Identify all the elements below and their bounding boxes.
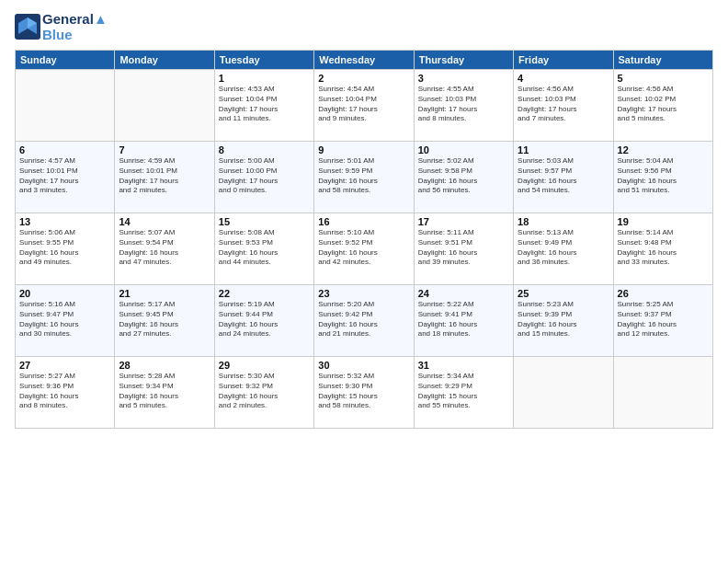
day-number: 30: [318, 360, 409, 371]
day-info: Sunrise: 5:04 AM Sunset: 9:56 PM Dayligh…: [618, 156, 709, 196]
day-info: Sunrise: 4:56 AM Sunset: 10:03 PM Daylig…: [518, 85, 609, 124]
day-cell: 30Sunrise: 5:32 AM Sunset: 9:30 PM Dayli…: [314, 357, 414, 429]
day-cell: 26Sunrise: 5:25 AM Sunset: 9:37 PM Dayli…: [613, 285, 712, 357]
day-number: 22: [219, 288, 310, 299]
day-cell: [16, 70, 115, 142]
header-sunday: Sunday: [16, 51, 115, 70]
day-cell: 11Sunrise: 5:03 AM Sunset: 9:57 PM Dayli…: [514, 142, 613, 213]
day-cell: 6Sunrise: 4:57 AM Sunset: 10:01 PM Dayli…: [16, 142, 115, 213]
day-cell: 21Sunrise: 5:17 AM Sunset: 9:45 PM Dayli…: [115, 285, 214, 357]
day-cell: 15Sunrise: 5:08 AM Sunset: 9:53 PM Dayli…: [214, 213, 313, 285]
week-row-4: 20Sunrise: 5:16 AM Sunset: 9:47 PM Dayli…: [16, 285, 713, 357]
day-info: Sunrise: 5:10 AM Sunset: 9:52 PM Dayligh…: [318, 228, 409, 268]
day-cell: [514, 357, 613, 429]
calendar-table: Sunday Monday Tuesday Wednesday Thursday…: [15, 50, 713, 429]
logo: General▲ Blue: [15, 11, 108, 42]
day-number: 15: [219, 216, 310, 227]
header: General▲ Blue: [15, 11, 713, 42]
day-number: 19: [618, 216, 709, 227]
day-number: 5: [618, 73, 709, 84]
day-cell: 8Sunrise: 5:00 AM Sunset: 10:00 PM Dayli…: [214, 142, 313, 213]
week-row-3: 13Sunrise: 5:06 AM Sunset: 9:55 PM Dayli…: [16, 213, 713, 285]
day-cell: 1Sunrise: 4:53 AM Sunset: 10:04 PM Dayli…: [214, 70, 313, 142]
day-number: 16: [318, 216, 409, 227]
day-info: Sunrise: 5:06 AM Sunset: 9:55 PM Dayligh…: [19, 228, 110, 268]
day-number: 18: [518, 216, 609, 227]
day-number: 3: [418, 73, 509, 84]
day-info: Sunrise: 4:55 AM Sunset: 10:03 PM Daylig…: [418, 85, 509, 124]
day-info: Sunrise: 5:34 AM Sunset: 9:29 PM Dayligh…: [418, 372, 509, 411]
day-number: 8: [219, 144, 310, 155]
day-info: Sunrise: 5:00 AM Sunset: 10:00 PM Daylig…: [219, 156, 310, 196]
day-cell: 12Sunrise: 5:04 AM Sunset: 9:56 PM Dayli…: [613, 142, 712, 213]
header-tuesday: Tuesday: [214, 51, 313, 70]
day-number: 20: [19, 288, 110, 299]
day-number: 9: [318, 144, 409, 155]
day-cell: 10Sunrise: 5:02 AM Sunset: 9:58 PM Dayli…: [414, 142, 513, 213]
day-info: Sunrise: 5:27 AM Sunset: 9:36 PM Dayligh…: [19, 372, 110, 411]
day-cell: 29Sunrise: 5:30 AM Sunset: 9:32 PM Dayli…: [214, 357, 313, 429]
day-cell: 19Sunrise: 5:14 AM Sunset: 9:48 PM Dayli…: [613, 213, 712, 285]
day-cell: 27Sunrise: 5:27 AM Sunset: 9:36 PM Dayli…: [16, 357, 115, 429]
day-info: Sunrise: 5:13 AM Sunset: 9:49 PM Dayligh…: [518, 228, 609, 268]
day-cell: 3Sunrise: 4:55 AM Sunset: 10:03 PM Dayli…: [414, 70, 513, 142]
day-cell: 14Sunrise: 5:07 AM Sunset: 9:54 PM Dayli…: [115, 213, 214, 285]
weekday-header-row: Sunday Monday Tuesday Wednesday Thursday…: [16, 51, 713, 70]
day-cell: 16Sunrise: 5:10 AM Sunset: 9:52 PM Dayli…: [314, 213, 414, 285]
day-cell: 2Sunrise: 4:54 AM Sunset: 10:04 PM Dayli…: [314, 70, 414, 142]
week-row-5: 27Sunrise: 5:27 AM Sunset: 9:36 PM Dayli…: [16, 357, 713, 429]
day-info: Sunrise: 5:03 AM Sunset: 9:57 PM Dayligh…: [518, 156, 609, 196]
day-info: Sunrise: 5:28 AM Sunset: 9:34 PM Dayligh…: [119, 372, 210, 411]
day-info: Sunrise: 5:32 AM Sunset: 9:30 PM Dayligh…: [318, 372, 409, 411]
day-info: Sunrise: 5:14 AM Sunset: 9:48 PM Dayligh…: [618, 228, 709, 268]
logo-text: General▲ Blue: [42, 11, 108, 42]
day-cell: 20Sunrise: 5:16 AM Sunset: 9:47 PM Dayli…: [16, 285, 115, 357]
day-number: 21: [119, 288, 210, 299]
day-number: 1: [219, 73, 310, 84]
day-info: Sunrise: 5:11 AM Sunset: 9:51 PM Dayligh…: [418, 228, 509, 268]
day-number: 17: [418, 216, 509, 227]
day-number: 13: [19, 216, 110, 227]
day-info: Sunrise: 5:23 AM Sunset: 9:39 PM Dayligh…: [518, 300, 609, 339]
day-number: 23: [318, 288, 409, 299]
day-number: 24: [418, 288, 509, 299]
day-info: Sunrise: 5:07 AM Sunset: 9:54 PM Dayligh…: [119, 228, 210, 268]
day-number: 29: [219, 360, 310, 371]
day-cell: 31Sunrise: 5:34 AM Sunset: 9:29 PM Dayli…: [414, 357, 513, 429]
day-number: 25: [518, 288, 609, 299]
day-info: Sunrise: 4:53 AM Sunset: 10:04 PM Daylig…: [219, 85, 310, 124]
day-number: 4: [518, 73, 609, 84]
day-info: Sunrise: 5:17 AM Sunset: 9:45 PM Dayligh…: [119, 300, 210, 339]
day-info: Sunrise: 4:57 AM Sunset: 10:01 PM Daylig…: [19, 156, 110, 196]
day-cell: 7Sunrise: 4:59 AM Sunset: 10:01 PM Dayli…: [115, 142, 214, 213]
logo-icon: [15, 14, 40, 40]
day-number: 27: [19, 360, 110, 371]
day-number: 26: [618, 288, 709, 299]
day-number: 2: [318, 73, 409, 84]
day-cell: 24Sunrise: 5:22 AM Sunset: 9:41 PM Dayli…: [414, 285, 513, 357]
day-info: Sunrise: 5:19 AM Sunset: 9:44 PM Dayligh…: [219, 300, 310, 339]
day-info: Sunrise: 5:08 AM Sunset: 9:53 PM Dayligh…: [219, 228, 310, 268]
day-info: Sunrise: 5:22 AM Sunset: 9:41 PM Dayligh…: [418, 300, 509, 339]
day-number: 12: [618, 144, 709, 155]
day-info: Sunrise: 5:25 AM Sunset: 9:37 PM Dayligh…: [618, 300, 709, 339]
day-cell: 28Sunrise: 5:28 AM Sunset: 9:34 PM Dayli…: [115, 357, 214, 429]
day-info: Sunrise: 5:01 AM Sunset: 9:59 PM Dayligh…: [318, 156, 409, 196]
week-row-1: 1Sunrise: 4:53 AM Sunset: 10:04 PM Dayli…: [16, 70, 713, 142]
day-cell: 4Sunrise: 4:56 AM Sunset: 10:03 PM Dayli…: [514, 70, 613, 142]
day-info: Sunrise: 4:54 AM Sunset: 10:04 PM Daylig…: [318, 85, 409, 124]
day-info: Sunrise: 5:30 AM Sunset: 9:32 PM Dayligh…: [219, 372, 310, 411]
day-info: Sunrise: 5:16 AM Sunset: 9:47 PM Dayligh…: [19, 300, 110, 339]
header-monday: Monday: [115, 51, 214, 70]
header-friday: Friday: [514, 51, 613, 70]
day-number: 10: [418, 144, 509, 155]
header-thursday: Thursday: [414, 51, 513, 70]
day-info: Sunrise: 5:02 AM Sunset: 9:58 PM Dayligh…: [418, 156, 509, 196]
day-cell: 18Sunrise: 5:13 AM Sunset: 9:49 PM Dayli…: [514, 213, 613, 285]
day-cell: 17Sunrise: 5:11 AM Sunset: 9:51 PM Dayli…: [414, 213, 513, 285]
day-cell: [613, 357, 712, 429]
day-info: Sunrise: 5:20 AM Sunset: 9:42 PM Dayligh…: [318, 300, 409, 339]
day-cell: 25Sunrise: 5:23 AM Sunset: 9:39 PM Dayli…: [514, 285, 613, 357]
day-number: 11: [518, 144, 609, 155]
header-wednesday: Wednesday: [314, 51, 414, 70]
